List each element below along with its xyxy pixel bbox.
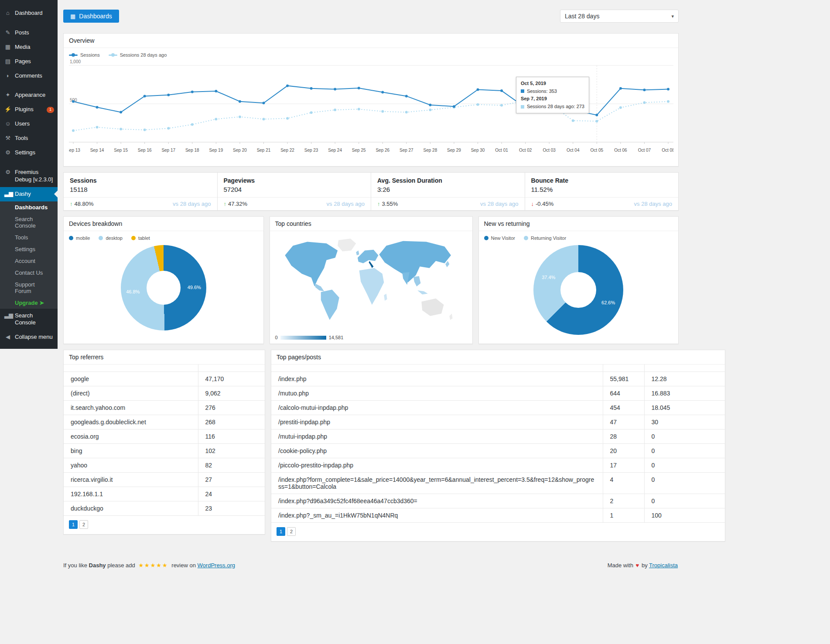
submenu-item[interactable]: Upgrade ➤ [0, 297, 58, 309]
submenu-item[interactable]: Dashboards [0, 201, 58, 213]
pageviews-cell: 268 [198, 415, 265, 429]
world-map[interactable] [275, 235, 467, 328]
stat-title: Pageviews [218, 173, 371, 185]
pageviews-cell: 82 [198, 458, 265, 473]
submenu-item[interactable]: Contact Us [0, 267, 58, 279]
table-row: it.search.yahoo.com 276 [64, 401, 265, 415]
sessions-line-chart[interactable]: Oct 5, 2019 Sessions: 353 Sep 7, 2019 Se… [69, 59, 673, 163]
pageviews-cell: 23 [198, 501, 265, 516]
pagination-button[interactable]: 1 [69, 520, 78, 529]
menu-icon: ▃▆ [4, 191, 11, 198]
stat-value: 3:26 [371, 185, 525, 197]
referrers-table: google 47,170 (direct) 9,062 it.search.y… [64, 365, 265, 516]
source-cell: yahoo [64, 458, 198, 473]
sidebar-item[interactable]: ▃▆ Dashy [0, 187, 58, 201]
stat-compare: vs 28 days ago [327, 201, 365, 207]
svg-text:Oct 01: Oct 01 [495, 148, 508, 153]
submenu-item[interactable]: Account [0, 255, 58, 267]
legend-item[interactable]: New Visitor [484, 235, 515, 241]
page-cell: /index.php?d96a349c52fc4f68eea46a47ccb3d… [271, 494, 603, 508]
chart-tooltip: Oct 5, 2019 Sessions: 353 Sep 7, 2019 Se… [516, 77, 589, 113]
sidebar-item[interactable]: ⚡ Plugins 1 [0, 102, 58, 117]
sidebar-item[interactable]: ✎ Posts [0, 26, 58, 40]
app-name: Dashy [89, 562, 106, 569]
map-japan [445, 261, 449, 267]
svg-text:1,000: 1,000 [70, 59, 81, 64]
pageviews-cell: 47,170 [198, 372, 265, 386]
grid-icon: ▦ [70, 13, 75, 20]
sidebar-item[interactable]: ▤ Pages [0, 55, 58, 69]
legend-dot [131, 236, 136, 240]
update-count-badge: 1 [47, 107, 54, 113]
menu-icon: ⚙ [4, 149, 11, 157]
map-madagascar [384, 293, 387, 300]
stat-compare: vs 28 days ago [173, 201, 211, 207]
sidebar-item[interactable]: ⌂ Dashboard [0, 6, 58, 20]
submenu-item[interactable]: Support Forum [0, 279, 58, 297]
pageviews-cell: 644 [603, 386, 644, 401]
source-cell: ricerca.virgilio.it [64, 473, 198, 487]
visitors-legend: New Visitor Returning Visitor [484, 235, 673, 241]
bounce-rate-cell: 0 [644, 458, 725, 473]
svg-text:Sep 22: Sep 22 [280, 148, 294, 153]
pagination-button[interactable]: 1 [277, 527, 285, 536]
legend-item[interactable]: Sessions [69, 52, 100, 58]
legend-dot [69, 236, 73, 240]
legend-item[interactable]: desktop [99, 235, 123, 241]
pageviews-cell: 102 [198, 444, 265, 458]
legend-dot [99, 236, 103, 240]
bounce-rate-cell: 12.28 [644, 372, 725, 386]
pagination-button[interactable]: 2 [79, 520, 88, 529]
sidebar-item[interactable]: ✦ Appearance [0, 88, 58, 102]
sidebar-item[interactable]: ◗ Comments [0, 69, 58, 83]
sidebar-item[interactable]: ⚙ Freemius Debug [v.2.3.0] [0, 165, 58, 187]
submenu-item[interactable]: Tools [0, 232, 58, 243]
menu-icon: ⚙ [4, 169, 11, 176]
table-row: bing 102 [64, 444, 265, 458]
page-cell: /index.php [271, 372, 603, 386]
pages-table-scroll[interactable]: /index.php 55,981 12.28 /mutuo.php 644 1… [271, 365, 725, 523]
pageviews-cell: 55,981 [603, 372, 644, 386]
table-row: /index.php 55,981 12.28 [271, 372, 725, 386]
source-cell: it.search.yahoo.com [64, 401, 198, 415]
map-south-america [321, 290, 339, 320]
sidebar-item[interactable]: ⚒ Tools [0, 131, 58, 146]
tropicalista-link[interactable]: Tropicalista [649, 562, 678, 569]
svg-text:Sep 20: Sep 20 [233, 148, 247, 153]
legend-item[interactable]: tablet [131, 235, 150, 241]
series-swatch [521, 105, 524, 109]
pageviews-cell: 9,062 [198, 386, 265, 401]
panel-title: Top pages/posts [271, 350, 725, 365]
dashboards-button[interactable]: ▦ Dashboards [63, 10, 119, 23]
stat-delta: 48.80% [70, 201, 94, 207]
submenu-item[interactable]: Search Console [0, 213, 58, 232]
visitors-donut-chart[interactable]: 62.6%37.4% [533, 245, 623, 335]
legend-item[interactable]: Returning Visitor [524, 235, 566, 241]
sidebar-item[interactable]: ☺ Users [0, 117, 58, 131]
devices-donut-chart[interactable]: 49.6%46.8% [121, 245, 206, 331]
sidebar-item[interactable]: ⚙ Settings [0, 146, 58, 160]
wordpress-org-link[interactable]: WordPress.org [198, 562, 235, 569]
sidebar-item[interactable]: ▦ Media [0, 40, 58, 55]
legend-item[interactable]: mobile [69, 235, 90, 241]
chevron-down-icon: ▾ [671, 14, 674, 19]
stat-value: 57204 [218, 185, 371, 197]
bounce-rate-cell: 16.883 [644, 386, 725, 401]
date-range-value: Last 28 days [565, 13, 599, 20]
stat-delta: 47.32% [224, 201, 248, 207]
table-row: duckduckgo 23 [64, 501, 265, 516]
svg-text:Sep 28: Sep 28 [424, 148, 437, 153]
svg-text:Oct 03: Oct 03 [543, 148, 556, 153]
svg-text:Oct 04: Oct 04 [567, 148, 580, 153]
column-header [198, 365, 265, 372]
date-range-select[interactable]: Last 28 days ▾ [560, 10, 679, 23]
table-row: google 47,170 [64, 372, 265, 386]
table-row: googleads.g.doubleclick.net 268 [64, 415, 265, 429]
map-australia [421, 298, 444, 316]
submenu-item[interactable]: Settings [0, 243, 58, 255]
pagination-button[interactable]: 2 [287, 527, 296, 536]
sidebar-item[interactable]: ◀ Collapse menu [0, 330, 58, 344]
legend-item[interactable]: Sessions 28 days ago [109, 52, 167, 58]
svg-text:Sep 24: Sep 24 [328, 148, 342, 153]
sidebar-item[interactable]: ▃▆ Search Console [0, 309, 58, 331]
